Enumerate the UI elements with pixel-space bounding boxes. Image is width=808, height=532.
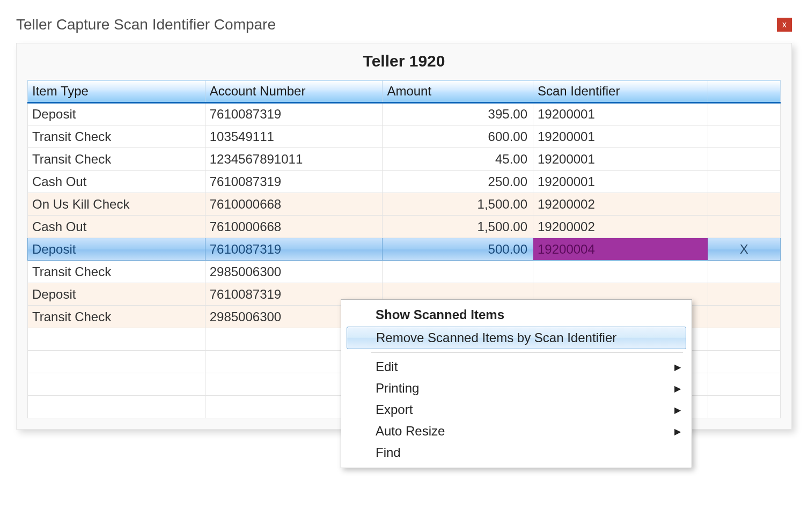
cell-item-type: Cash Out [28,216,205,238]
cell-account-number: 2985006300 [205,261,383,283]
menu-item[interactable]: Edit▶ [344,356,688,378]
cell-action [708,193,780,216]
menu-separator [371,352,683,353]
menu-item[interactable]: Remove Scanned Items by Scan Identifier [347,327,686,349]
cell-item-type: On Us Kill Check [28,193,205,216]
cell-action: X [708,238,780,261]
cell-empty [708,396,780,418]
cell-empty [28,351,205,373]
cell-scan-identifier: 19200002 [533,216,708,238]
window-title-bar: Teller Capture Scan Identifier Compare x [16,16,792,38]
table-row[interactable]: Cash Out7610087319250.0019200001 [28,171,781,193]
cell-scan-identifier: 19200001 [533,148,708,171]
menu-item-label: Show Scanned Items [376,307,504,322]
cell-account-number: 103549111 [205,125,383,148]
cell-amount: 250.00 [383,171,533,193]
cell-amount: 45.00 [383,148,533,171]
table-row[interactable]: Deposit7610087319500.0019200004X [28,238,781,261]
cell-empty [28,328,205,351]
cell-empty [28,373,205,396]
cell-item-type: Transit Check [28,306,205,328]
cell-item-type: Deposit [28,238,205,261]
cell-account-number: 7610000668 [205,216,383,238]
window-frame: Teller Capture Scan Identifier Compare x… [0,0,808,435]
cell-item-type: Transit Check [28,125,205,148]
cell-account-number: 7610087319 [205,238,383,261]
cell-item-type: Deposit [28,283,205,306]
menu-item[interactable]: Printing▶ [344,378,688,399]
table-row[interactable]: Transit Check123456789101145.0019200001 [28,148,781,171]
window-title: Teller Capture Scan Identifier Compare [16,16,276,33]
menu-item-label: Find [376,445,401,460]
table-row[interactable]: Deposit7610087319395.0019200001 [28,103,781,125]
menu-item[interactable]: Export▶ [344,399,688,420]
cell-account-number: 7610087319 [205,171,383,193]
cell-action [708,125,780,148]
table-header-row: Item Type Account Number Amount Scan Ide… [28,80,781,103]
table-row[interactable]: Transit Check2985006300 [28,261,781,283]
cell-empty [28,396,205,418]
cell-account-number: 7610000668 [205,193,383,216]
cell-scan-identifier: 19200001 [533,125,708,148]
cell-empty [708,373,780,396]
close-button[interactable]: x [777,18,792,32]
chevron-right-icon: ▶ [674,362,681,372]
menu-item-label: Edit [376,359,398,374]
cell-action [708,283,780,306]
cell-scan-identifier: 19200002 [533,193,708,216]
page-subtitle: Teller 1920 [27,49,781,80]
cell-action [708,148,780,171]
table-row[interactable]: Cash Out76100006681,500.0019200002 [28,216,781,238]
cell-scan-identifier: 19200004 [533,238,708,261]
cell-amount: 1,500.00 [383,193,533,216]
cell-empty [708,328,780,351]
cell-scan-identifier [533,261,708,283]
cell-amount: 1,500.00 [383,216,533,238]
col-item-type[interactable]: Item Type [28,80,205,103]
cell-item-type: Transit Check [28,261,205,283]
context-menu: Show Scanned ItemsRemove Scanned Items b… [341,299,692,468]
cell-empty [708,351,780,373]
cell-scan-identifier: 19200001 [533,103,708,125]
col-scan-identifier[interactable]: Scan Identifier [533,80,708,103]
close-icon: x [782,20,787,29]
cell-account-number: 1234567891011 [205,148,383,171]
cell-amount: 395.00 [383,103,533,125]
cell-account-number: 7610087319 [205,103,383,125]
table-row[interactable]: On Us Kill Check76100006681,500.00192000… [28,193,781,216]
cell-amount [383,261,533,283]
menu-item-label: Printing [376,381,419,396]
cell-item-type: Deposit [28,103,205,125]
col-account-number[interactable]: Account Number [205,80,383,103]
cell-item-type: Cash Out [28,171,205,193]
menu-item[interactable]: Auto Resize▶ [344,420,688,442]
cell-scan-identifier: 19200001 [533,171,708,193]
cell-amount: 500.00 [383,238,533,261]
cell-item-type: Transit Check [28,148,205,171]
cell-action [708,171,780,193]
cell-amount: 600.00 [383,125,533,148]
col-action[interactable] [708,80,780,103]
cell-action [708,306,780,328]
chevron-right-icon: ▶ [674,383,681,394]
menu-item-label: Remove Scanned Items by Scan Identifier [376,330,616,345]
menu-item-label: Export [376,402,413,417]
cell-action [708,261,780,283]
menu-item[interactable]: Show Scanned Items [344,304,688,326]
chevron-right-icon: ▶ [674,426,681,437]
cell-action [708,103,780,125]
table-row[interactable]: Transit Check103549111600.0019200001 [28,125,781,148]
menu-item-label: Auto Resize [376,424,445,439]
cell-action [708,216,780,238]
menu-item[interactable]: Find [344,442,688,463]
col-amount[interactable]: Amount [383,80,533,103]
chevron-right-icon: ▶ [674,405,681,415]
